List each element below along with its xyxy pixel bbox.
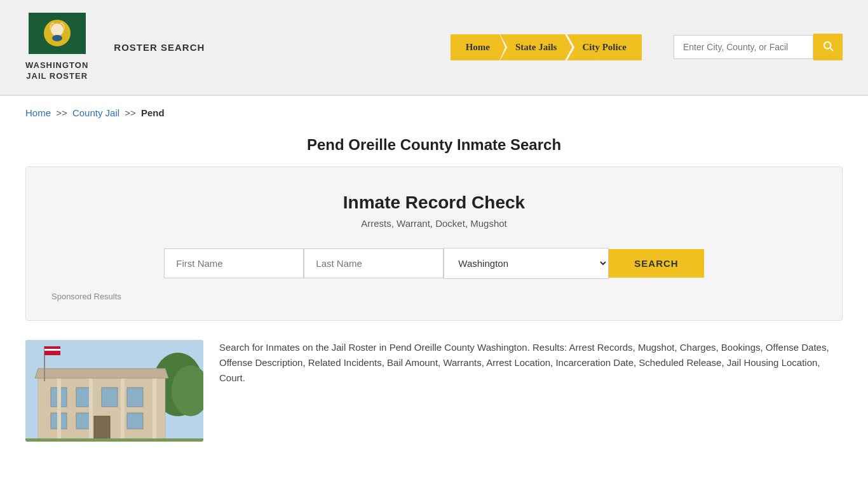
- svg-marker-25: [35, 369, 168, 378]
- main-nav: Home State Jails City Police: [451, 34, 642, 60]
- record-check-subtitle: Arrests, Warrant, Docket, Mugshot: [45, 218, 823, 229]
- svg-rect-19: [94, 416, 110, 442]
- svg-rect-14: [102, 388, 118, 407]
- search-button[interactable]: SEARCH: [609, 249, 703, 278]
- breadcrumb-sep2: >>: [125, 107, 136, 118]
- svg-rect-24: [153, 378, 156, 442]
- logo-link[interactable]: WASHINGTON JAIL ROSTER: [25, 13, 88, 82]
- main-content: Inmate Record Check Arrests, Warrant, Do…: [0, 166, 868, 461]
- sponsored-results-label: Sponsored Results: [45, 292, 823, 301]
- site-header: WASHINGTON JAIL ROSTER ROSTER SEARCH Hom…: [0, 0, 868, 96]
- svg-rect-18: [127, 413, 143, 429]
- breadcrumb-sep1: >>: [56, 107, 67, 118]
- nav-home-button[interactable]: Home: [451, 34, 505, 60]
- svg-rect-21: [57, 378, 61, 442]
- nav-state-jails-button[interactable]: State Jails: [500, 34, 572, 60]
- page-title: Pend Oreille County Inmate Search: [25, 136, 843, 154]
- roster-search-label: ROSTER SEARCH: [114, 42, 205, 53]
- svg-rect-22: [89, 378, 93, 442]
- svg-rect-30: [25, 438, 203, 442]
- svg-rect-29: [44, 351, 60, 353]
- search-icon: [822, 40, 834, 51]
- svg-point-3: [52, 35, 62, 41]
- bottom-info-section: Search for Inmates on the Jail Roster in…: [25, 340, 843, 442]
- inmate-search-form: Washington Alabama Alaska Arizona Califo…: [45, 248, 823, 279]
- breadcrumb: Home >> County Jail >> Pend: [0, 96, 868, 130]
- record-check-title: Inmate Record Check: [45, 193, 823, 213]
- nav-city-police-button[interactable]: City Police: [567, 34, 642, 60]
- breadcrumb-county-jail-link[interactable]: County Jail: [72, 107, 119, 118]
- svg-rect-28: [44, 349, 60, 351]
- header-search-bar: [674, 34, 843, 60]
- record-check-box: Inmate Record Check Arrests, Warrant, Do…: [25, 166, 843, 321]
- svg-point-2: [51, 24, 64, 36]
- first-name-input[interactable]: [164, 248, 304, 278]
- svg-line-6: [830, 48, 832, 51]
- header-search-button[interactable]: [813, 34, 843, 60]
- state-select[interactable]: Washington Alabama Alaska Arizona Califo…: [444, 248, 609, 279]
- header-search-input[interactable]: [674, 35, 813, 59]
- breadcrumb-home-link[interactable]: Home: [25, 107, 51, 118]
- logo-text: WASHINGTON JAIL ROSTER: [25, 60, 88, 82]
- svg-rect-15: [127, 388, 143, 407]
- logo-flag-icon: [29, 13, 86, 60]
- last-name-input[interactable]: [304, 248, 444, 278]
- breadcrumb-current: Pend: [141, 107, 165, 118]
- building-image: [25, 340, 203, 442]
- svg-rect-23: [121, 378, 125, 442]
- info-description: Search for Inmates on the Jail Roster in…: [219, 340, 843, 386]
